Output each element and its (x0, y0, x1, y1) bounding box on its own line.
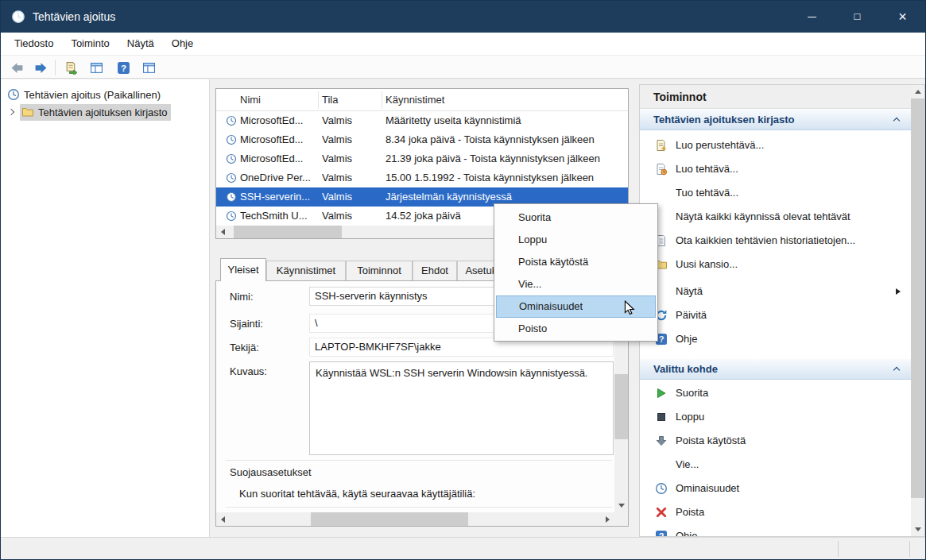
section-header-selected-item[interactable]: Valittu kohde (640, 359, 911, 380)
separator (226, 507, 612, 508)
column-separator[interactable] (382, 91, 382, 109)
security-settings-heading: Suojausasetukset (230, 466, 312, 479)
help-button[interactable] (114, 58, 133, 77)
show-action-pane-button[interactable] (139, 58, 158, 77)
action-end[interactable]: Loppu (640, 405, 911, 429)
create-basic-task-icon (655, 139, 668, 152)
submenu-arrow-icon (896, 288, 901, 295)
console-tree-panel: Tehtävien ajoitus (Paikallinen) Tehtävie… (1, 79, 210, 537)
menu-toiminto[interactable]: Toiminto (62, 33, 118, 55)
table-row[interactable]: OneDrive Per... Valmis 15.00 1.5.1992 - … (216, 168, 628, 187)
help-icon (655, 530, 668, 537)
close-button[interactable]: × (880, 1, 925, 33)
action-help[interactable]: Ohje (640, 327, 911, 351)
export-list-button[interactable] (61, 58, 80, 77)
security-settings-text: Kun suoritat tehtävää, käytä seuraavaa k… (239, 488, 475, 500)
collapse-chevron-icon[interactable] (893, 367, 900, 373)
scroll-right-button[interactable] (601, 512, 614, 526)
action-delete[interactable]: Poista (640, 500, 911, 524)
expand-chevron-icon[interactable] (8, 109, 14, 115)
scroll-down-button[interactable] (614, 499, 628, 512)
titlebar: Tehtävien ajoitus ─ □ × (1, 1, 925, 33)
context-menu-run[interactable]: Suorita (496, 207, 656, 229)
table-row[interactable]: MicrosoftEd... Valmis 8.34 joka päivä - … (216, 130, 628, 149)
export-list-icon (64, 61, 78, 75)
collapse-chevron-icon[interactable] (893, 118, 900, 124)
scroll-thumb[interactable] (311, 512, 468, 526)
folder-icon (21, 106, 34, 118)
tree-item-task-scheduler-local[interactable]: Tehtävien ajoitus (Paikallinen) (1, 86, 207, 103)
action-enable-task-history[interactable]: Ota kaikkien tehtävien historiatietojen.… (640, 229, 911, 253)
actions-panel: Toiminnot Tehtävien ajoituksen kirjasto … (639, 84, 925, 537)
tree-selection-highlight: Tehtävien ajoituksen kirjasto (20, 104, 171, 121)
tab-kaynnistimet[interactable]: Käynnistimet (266, 261, 346, 280)
context-menu-end[interactable]: Loppu (496, 229, 656, 251)
scroll-left-button[interactable] (216, 226, 229, 238)
show-console-tree-button[interactable] (87, 58, 106, 77)
menu-ohje[interactable]: Ohje (163, 33, 202, 55)
menu-tiedosto[interactable]: Tiedosto (6, 33, 62, 55)
maximize-button[interactable]: □ (835, 1, 880, 33)
task-clock-icon (226, 172, 237, 183)
action-disable[interactable]: Poista käytöstä (640, 429, 911, 453)
menu-nayta[interactable]: Näytä (118, 33, 163, 55)
task-scheduler-window: ? (0, 0, 926, 560)
column-header-nimi[interactable]: Nimi (240, 89, 261, 111)
scroll-down-button[interactable] (911, 523, 924, 536)
scroll-thumb[interactable] (614, 374, 628, 439)
action-view[interactable]: Näytä (640, 280, 911, 303)
table-row[interactable]: MicrosoftEd... Valmis 21.39 joka päivä -… (216, 149, 628, 168)
action-properties[interactable]: Ominaisuudet (640, 477, 911, 500)
forward-button[interactable] (31, 58, 50, 77)
column-header-kaynnistimet[interactable]: Käynnistimet (386, 89, 444, 111)
actions-vscrollbar[interactable] (911, 85, 924, 536)
task-clock-icon (226, 134, 237, 145)
toolbar (1, 55, 925, 79)
location-label: Sijainti: (230, 318, 263, 330)
properties-clock-icon (655, 482, 668, 495)
statusbar (1, 537, 925, 559)
context-menu-disable[interactable]: Poista käytöstä (496, 251, 656, 273)
scroll-up-button[interactable] (911, 85, 924, 98)
separator (226, 460, 612, 461)
play-icon (655, 387, 668, 400)
actions-panel-title: Toiminnot (640, 85, 924, 109)
column-separator[interactable] (318, 91, 319, 109)
action-display-running-tasks[interactable]: Näytä kaikki käynnissä olevat tehtävät (640, 205, 911, 229)
disable-arrow-icon (655, 434, 668, 447)
column-header-tila[interactable]: Tila (322, 89, 338, 111)
context-menu-export[interactable]: Vie... (496, 273, 656, 295)
table-row[interactable]: MicrosoftEd... Valmis Määritetty useita … (216, 111, 628, 130)
description-field[interactable]: Käynnistää WSL:n SSH serverin Windowsin … (309, 361, 614, 455)
action-import-task[interactable]: Tuo tehtävä... (640, 181, 911, 205)
tree-item-library[interactable]: Tehtävien ajoituksen kirjasto (1, 103, 207, 121)
action-export[interactable]: Vie... (640, 453, 911, 477)
section-header-library[interactable]: Tehtävien ajoituksen kirjasto (640, 110, 911, 130)
action-refresh[interactable]: Päivitä (640, 303, 911, 327)
context-menu-delete[interactable]: Poisto (496, 318, 656, 340)
scroll-left-button[interactable] (216, 512, 230, 526)
scrollbar-corner (614, 512, 628, 526)
stop-icon (655, 411, 668, 423)
tab-ehdot[interactable]: Ehdot (413, 261, 457, 280)
clock-icon (7, 88, 20, 101)
details-hscrollbar[interactable] (216, 512, 614, 526)
scroll-thumb[interactable] (234, 226, 342, 238)
scroll-thumb[interactable] (911, 98, 924, 498)
back-button[interactable] (7, 58, 26, 77)
action-new-folder[interactable]: Uusi kansio... (640, 253, 911, 276)
minimize-button[interactable]: ─ (789, 1, 835, 33)
tab-yleiset[interactable]: Yleiset (220, 258, 266, 281)
author-label: Tekijä: (230, 342, 259, 354)
action-help-selected[interactable]: Ohje (640, 524, 911, 537)
action-create-basic-task[interactable]: Luo perustehtävä... (640, 133, 911, 157)
back-arrow-icon (10, 61, 24, 75)
task-clock-icon (226, 191, 237, 203)
task-list-header: Nimi Tila Käynnistimet (216, 89, 628, 111)
tab-toiminnot[interactable]: Toiminnot (346, 261, 413, 280)
delete-x-icon (655, 506, 668, 519)
action-create-task[interactable]: Luo tehtävä... (640, 157, 911, 181)
menubar: Tiedosto Toiminto Näytä Ohje (1, 33, 925, 55)
action-run[interactable]: Suorita (640, 381, 911, 405)
statusbar-separator (909, 541, 910, 557)
